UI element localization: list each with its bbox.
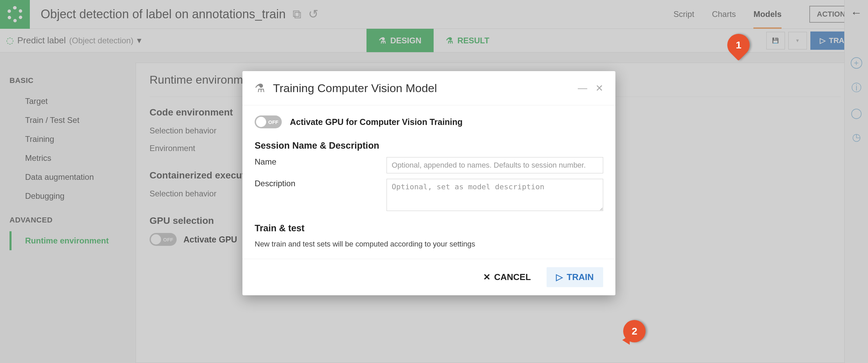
modal-gpu-toggle[interactable]: OFF [255,115,282,128]
modal-title: Training Computer Vision Model [273,82,570,95]
cancel-button[interactable]: ✕ CANCEL [478,269,536,286]
modal-gpu-label: Activate GPU for Computer Vision Trainin… [290,117,462,127]
description-label: Description [255,179,387,188]
flask-icon: ⚗ [255,81,265,95]
session-heading: Session Name & Description [255,141,603,151]
play-icon: ▷ [556,272,563,282]
name-input[interactable] [387,157,603,173]
train-test-heading: Train & test [255,223,603,234]
close-icon: ✕ [483,272,491,282]
minimize-icon[interactable]: — [578,83,587,93]
train-test-note: New train and test sets will be computed… [255,240,603,249]
close-icon[interactable]: ✕ [595,83,603,94]
training-modal: ⚗ Training Computer Vision Model — ✕ OFF… [242,71,615,295]
description-input[interactable] [387,179,603,211]
name-label: Name [255,157,387,167]
modal-train-button[interactable]: ▷ TRAIN [547,267,603,287]
